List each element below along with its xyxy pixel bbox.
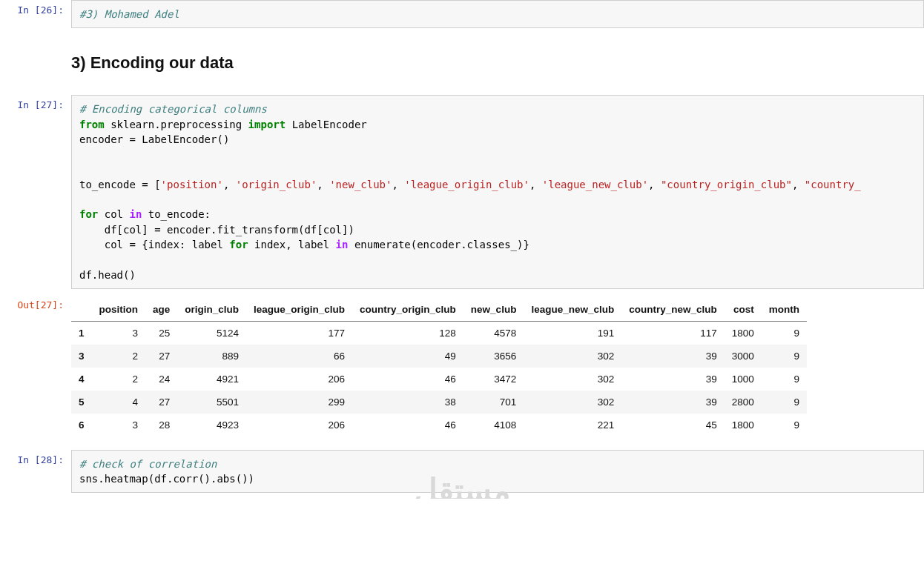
column-header: month	[762, 298, 807, 322]
column-header: cost	[725, 298, 762, 322]
column-header: age	[145, 298, 177, 322]
code-cell-27: In [27]: # Encoding categorical columns …	[0, 95, 924, 289]
cell: 191	[524, 321, 621, 345]
prompt-out-27: Out[27]:	[0, 295, 71, 444]
cell: 9	[762, 414, 807, 436]
cell: 2	[92, 368, 146, 391]
cell: 3	[92, 414, 146, 436]
cell: 66	[246, 345, 352, 368]
table-row: 54275501299387013023928009	[71, 391, 807, 414]
row-index: 5	[71, 391, 92, 414]
string-literal: 'position'	[161, 179, 223, 190]
string-literal: "country_origin_club"	[661, 179, 792, 190]
cell: 27	[145, 345, 177, 368]
column-header: new_club	[463, 298, 524, 322]
cell: 39	[621, 368, 725, 391]
table-body: 1325512417712845781911171800932278896649…	[71, 321, 807, 436]
string-literal: 'new_club'	[329, 179, 392, 190]
section-heading: 3) Encoding our data	[71, 53, 924, 73]
cell: 9	[762, 321, 807, 345]
cell: 128	[352, 321, 463, 345]
string-list: 'position', 'origin_club', 'new_club', '…	[161, 179, 861, 190]
cell: 4923	[177, 414, 246, 436]
string-literal: 'league_new_club'	[542, 179, 648, 190]
cell: 3472	[463, 368, 524, 391]
row-index: 6	[71, 414, 92, 436]
cell: 39	[621, 345, 725, 368]
table-row: 422449212064634723023910009	[71, 368, 807, 391]
column-header: country_origin_club	[352, 298, 463, 322]
prompt-in-28: In [28]:	[0, 450, 71, 494]
cell: 1800	[725, 321, 762, 345]
cell: 302	[524, 391, 621, 414]
cell: 117	[621, 321, 725, 345]
cell: 3000	[725, 345, 762, 368]
string-literal: 'league_origin_club'	[404, 179, 529, 190]
dataframe-table: positionageorigin_clubleague_origin_club…	[71, 298, 807, 436]
cell: 302	[524, 368, 621, 391]
cell: 24	[145, 368, 177, 391]
string-literal: "country_	[805, 179, 861, 190]
prompt-in-26: In [26]:	[0, 0, 71, 28]
cell: 3	[92, 321, 146, 345]
cell: 39	[621, 391, 725, 414]
cell: 177	[246, 321, 352, 345]
comment-text: # Encoding categorical columns	[79, 103, 267, 115]
column-header: league_new_club	[524, 298, 621, 322]
cell: 49	[352, 345, 463, 368]
cell: 4108	[463, 414, 524, 436]
string-literal: 'origin_club'	[236, 179, 317, 190]
cell: 38	[352, 391, 463, 414]
column-header: country_new_club	[621, 298, 725, 322]
row-index: 3	[71, 345, 92, 368]
cell: 25	[145, 321, 177, 345]
cell: 46	[352, 414, 463, 436]
row-index: 1	[71, 321, 92, 345]
cell: 28	[145, 414, 177, 436]
comment-text: #3) Mohamed Adel	[79, 8, 179, 20]
cell: 701	[463, 391, 524, 414]
code-input-26[interactable]: #3) Mohamed Adel	[71, 0, 924, 28]
cell: 302	[524, 345, 621, 368]
code-input-27[interactable]: # Encoding categorical columns from skle…	[71, 95, 924, 289]
row-index: 4	[71, 368, 92, 391]
markdown-cell: 3) Encoding our data	[0, 34, 924, 89]
table-row: 13255124177128457819111718009	[71, 321, 807, 345]
cell: 299	[246, 391, 352, 414]
cell: 221	[524, 414, 621, 436]
column-header: origin_club	[177, 298, 246, 322]
cell: 1800	[725, 414, 762, 436]
column-header: league_origin_club	[246, 298, 352, 322]
output-cell-27: Out[27]: positionageorigin_clubleague_or…	[0, 295, 924, 444]
cell: 46	[352, 368, 463, 391]
table-row: 3227889664936563023930009	[71, 345, 807, 368]
table-row: 632849232064641082214518009	[71, 414, 807, 436]
cell: 9	[762, 368, 807, 391]
cell: 4921	[177, 368, 246, 391]
cell: 206	[246, 368, 352, 391]
prompt-in-27: In [27]:	[0, 95, 71, 289]
cell: 9	[762, 391, 807, 414]
cell: 5124	[177, 321, 246, 345]
comment-text: # check of correlation	[79, 458, 217, 470]
table-header-row: positionageorigin_clubleague_origin_club…	[71, 298, 807, 322]
index-header	[71, 298, 92, 322]
cell: 4	[92, 391, 146, 414]
cell: 206	[246, 414, 352, 436]
cell: 9	[762, 345, 807, 368]
cell: 4578	[463, 321, 524, 345]
column-header: position	[92, 298, 146, 322]
code-input-28[interactable]: # check of correlation sns.heatmap(df.co…	[71, 450, 924, 494]
cell: 45	[621, 414, 725, 436]
code-cell-26: In [26]: #3) Mohamed Adel	[0, 0, 924, 28]
cell: 889	[177, 345, 246, 368]
cell: 5501	[177, 391, 246, 414]
cell: 3656	[463, 345, 524, 368]
cell: 27	[145, 391, 177, 414]
cell: 1000	[725, 368, 762, 391]
code-cell-28: In [28]: # check of correlation sns.heat…	[0, 450, 924, 494]
cell: 2800	[725, 391, 762, 414]
cell: 2	[92, 345, 146, 368]
